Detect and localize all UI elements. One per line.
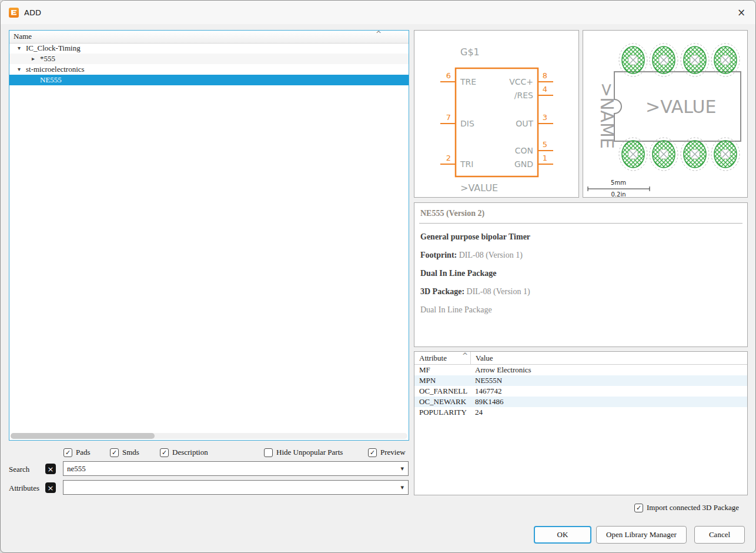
pad [711, 138, 740, 171]
attribute-table-header[interactable]: Attribute ^ Value [414, 352, 747, 365]
pin-name: TRE [460, 77, 476, 86]
tree-item-ne555-selected[interactable]: NE555 [9, 75, 409, 85]
import-3d-group: ✓ Import connected 3D Package [634, 503, 739, 512]
header-attribute[interactable]: Attribute ^ [414, 354, 470, 363]
pin-number: 6 [446, 71, 451, 80]
checkmark-icon: ✓ [370, 449, 375, 456]
ok-button[interactable]: OK [534, 526, 591, 544]
pin-number: 2 [446, 154, 451, 162]
footprint-value: DIL-08 (Version 1) [457, 251, 523, 259]
import-3d-checkbox[interactable]: ✓ [634, 504, 643, 512]
package3d-label: 3D Package: [420, 287, 464, 296]
table-row: POPULARITY 24 [414, 407, 747, 418]
expand-arrow-icon[interactable]: ▸ [32, 55, 35, 62]
footprint-label: Footprint: [420, 251, 457, 259]
cancel-button[interactable]: Cancel [694, 526, 745, 544]
description-checkbox[interactable]: ✓ [160, 448, 169, 457]
import-3d-label[interactable]: Import connected 3D Package [647, 503, 739, 512]
pin-name: TRI [460, 159, 473, 169]
pin-number: 7 [446, 113, 451, 122]
sort-indicator-icon: ^ [376, 30, 382, 38]
scrollbar-thumb[interactable] [11, 433, 155, 439]
attribute-value: Arrow Electronics [470, 365, 747, 375]
horizontal-scrollbar[interactable] [11, 433, 407, 439]
hide-unpopular-checkbox-label[interactable]: Hide Unpopular Parts [276, 448, 343, 457]
pin-name: GND [514, 159, 533, 169]
table-row: MF Arrow Electronics [414, 365, 747, 375]
pin-number: 5 [543, 140, 547, 149]
attribute-value: NE555N [470, 375, 747, 386]
scale-bar [588, 186, 650, 191]
hide-unpopular-filter: Hide Unpopular Parts [264, 448, 343, 457]
expand-arrow-icon[interactable]: ▾ [18, 45, 21, 51]
attribute-table-panel: Attribute ^ Value MF Arrow Electronics M… [414, 351, 748, 495]
titlebar: ADD × [1, 1, 755, 24]
search-input[interactable] [63, 462, 393, 475]
pads-checkbox-label[interactable]: Pads [76, 448, 91, 457]
attributes-combobox[interactable]: ▾ [63, 480, 409, 495]
attribute-name: OC_NEWARK [414, 397, 470, 407]
pad [619, 138, 647, 171]
pin-name: VCC+ [509, 77, 533, 86]
close-icon[interactable]: × [732, 4, 751, 21]
scale-in-label: 0.2in [611, 191, 625, 197]
checkmark-icon: ✓ [112, 449, 117, 456]
symbol-value-placeholder: >VALUE [460, 182, 498, 194]
pin-number: 1 [543, 154, 547, 162]
header-value[interactable]: Value [470, 352, 747, 364]
search-combobox[interactable]: ▾ [63, 461, 409, 476]
pads-checkbox[interactable]: ✓ [63, 448, 72, 457]
attributes-input[interactable] [63, 481, 393, 494]
sort-indicator-icon: ^ [462, 352, 468, 360]
divider [419, 223, 742, 224]
window-title: ADD [24, 8, 41, 17]
part-title: NE555 (Version 2) [420, 209, 741, 218]
search-clear-icon[interactable]: × [45, 464, 56, 474]
pad [681, 138, 709, 171]
symbol-preview-panel: G$1 6 7 2 8 4 3 5 1 TRE DIS TRI VCC+ /RE… [414, 30, 579, 198]
pin-name: /RES [514, 91, 533, 100]
search-label: Search [9, 465, 29, 474]
open-library-manager-button[interactable]: Open Library Manager [596, 526, 687, 544]
chevron-down-icon[interactable]: ▾ [400, 484, 404, 491]
hide-unpopular-checkbox[interactable] [264, 448, 273, 457]
checkmark-icon: ✓ [65, 449, 71, 456]
table-row: MPN NE555N [414, 375, 747, 386]
tree-header-label: Name [14, 32, 32, 41]
attribute-value: 1467742 [470, 386, 747, 397]
preview-checkbox[interactable]: ✓ [368, 448, 377, 457]
chevron-down-icon[interactable]: ▾ [400, 465, 404, 472]
package3d-value: DIL-08 (Version 1) [464, 287, 530, 296]
smds-checkbox[interactable]: ✓ [110, 448, 119, 457]
preview-filter: ✓ Preview [368, 448, 406, 457]
eagle-app-icon [9, 8, 19, 18]
footprint-name-placeholder: >NAME [597, 82, 617, 149]
tree-item-label: NE555 [40, 75, 62, 85]
package3d-description: Dual In Line Package [420, 305, 741, 315]
pad [650, 138, 678, 171]
tree-item-st-microelectronics[interactable]: ▾ st-microelectronics [9, 64, 409, 75]
pin-number: 8 [543, 71, 547, 80]
attribute-name: OC_FARNELL [414, 387, 470, 396]
attribute-name: POPULARITY [414, 408, 470, 417]
attribute-value: 24 [470, 407, 747, 418]
smds-checkbox-label[interactable]: Smds [122, 448, 139, 457]
tree-item-ic-clock-timing[interactable]: ▾ IC_Clock-Timing [9, 43, 409, 54]
preview-checkbox-label[interactable]: Preview [380, 448, 406, 457]
parts-tree: Name ^ ▾ IC_Clock-Timing ▸ *555 ▾ st-mic… [9, 30, 409, 441]
table-row: OC_NEWARK 89K1486 [414, 397, 747, 407]
attributes-clear-icon[interactable]: × [45, 482, 56, 493]
table-row: OC_FARNELL 1467742 [414, 386, 747, 397]
expand-arrow-icon[interactable]: ▾ [18, 66, 21, 72]
attribute-value: 89K1486 [470, 397, 747, 407]
tree-item-label: st-microelectronics [26, 65, 85, 74]
tree-item-555[interactable]: ▸ *555 [9, 54, 409, 64]
footprint-value-placeholder: >VALUE [645, 96, 716, 117]
symbol-preview: G$1 6 7 2 8 4 3 5 1 TRE DIS TRI VCC+ /RE… [414, 31, 578, 197]
pads-filter: ✓ Pads [63, 448, 91, 457]
pin-number: 4 [543, 85, 547, 94]
tree-column-header[interactable]: Name ^ [9, 31, 409, 44]
pin-name: CON [515, 146, 533, 155]
pin-number: 3 [543, 113, 547, 122]
description-checkbox-label[interactable]: Description [172, 448, 208, 457]
